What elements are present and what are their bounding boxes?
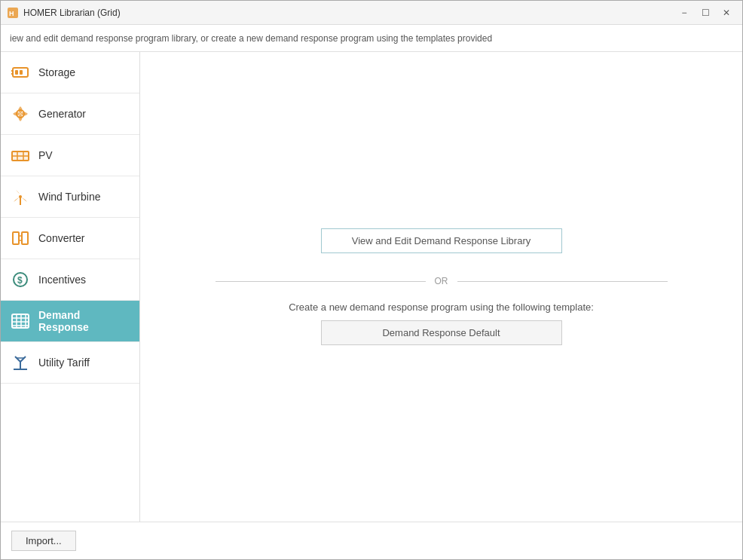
svg-line-31 <box>15 357 20 362</box>
or-line-left <box>216 281 426 282</box>
incentives-icon: $ <box>10 269 31 290</box>
sidebar-utility-label: Utility Tariff <box>38 357 90 369</box>
generator-icon <box>10 103 31 124</box>
sidebar-item-storage[interactable]: Storage <box>1 52 139 93</box>
sidebar-item-generator[interactable]: Generator <box>1 93 139 135</box>
sidebar-pv-label: PV <box>38 149 53 161</box>
app-icon: H <box>7 7 19 19</box>
sidebar-generator-label: Generator <box>38 108 86 120</box>
sidebar-incentives-label: Incentives <box>38 274 86 286</box>
svg-point-14 <box>19 195 22 198</box>
or-line-right <box>457 281 668 282</box>
storage-icon <box>10 62 31 83</box>
svg-rect-16 <box>22 232 28 244</box>
close-button[interactable]: ✕ <box>717 3 736 23</box>
converter-icon <box>10 228 31 249</box>
subtitle-text: iew and edit demand response program lib… <box>10 33 492 44</box>
content-inner: View and Edit Demand Response Library OR… <box>216 228 668 345</box>
maximize-button[interactable]: ☐ <box>696 3 715 23</box>
or-text: OR <box>426 276 457 286</box>
sidebar-item-wind-turbine[interactable]: Wind Turbine <box>1 176 139 218</box>
bottom-bar: Import... <box>1 522 742 559</box>
sidebar-storage-label: Storage <box>38 66 75 78</box>
import-button[interactable]: Import... <box>11 531 76 551</box>
demand-response-default-button[interactable]: Demand Response Default <box>321 320 562 345</box>
demand-response-icon <box>10 311 31 332</box>
svg-rect-15 <box>13 232 19 244</box>
svg-text:$: $ <box>17 275 23 286</box>
sidebar-wind-label: Wind Turbine <box>38 191 100 203</box>
sidebar-item-converter[interactable]: Converter <box>1 218 139 259</box>
svg-text:H: H <box>9 10 14 17</box>
utility-tariff-icon <box>10 352 31 373</box>
title-bar: H HOMER Librarian (Grid) − ☐ ✕ <box>1 1 742 25</box>
subtitle-bar: iew and edit demand response program lib… <box>1 25 742 52</box>
main-window: H HOMER Librarian (Grid) − ☐ ✕ iew and e… <box>0 0 743 560</box>
sidebar-converter-label: Converter <box>38 232 84 244</box>
window-controls: − ☐ ✕ <box>674 3 736 23</box>
pv-icon <box>10 145 31 166</box>
content-area: View and Edit Demand Response Library OR… <box>140 52 742 522</box>
sidebar-item-utility-tariff[interactable]: Utility Tariff <box>1 342 139 384</box>
sidebar-item-pv[interactable]: PV <box>1 135 139 176</box>
template-description: Create a new demand response program usi… <box>289 301 594 313</box>
window-title: HOMER Librarian (Grid) <box>23 8 674 18</box>
or-divider: OR <box>216 276 668 286</box>
view-edit-library-button[interactable]: View and Edit Demand Response Library <box>321 228 562 253</box>
sidebar-item-demand-response[interactable]: Demand Response <box>1 301 139 342</box>
minimize-button[interactable]: − <box>674 3 694 23</box>
svg-line-32 <box>20 357 26 362</box>
main-layout: Storage Generator <box>1 52 742 522</box>
svg-rect-3 <box>15 70 18 75</box>
sidebar-demand-label: Demand Response <box>38 309 130 333</box>
sidebar: Storage Generator <box>1 52 140 522</box>
template-section: Create a new demand response program usi… <box>289 301 594 345</box>
svg-rect-12 <box>12 151 29 161</box>
wind-turbine-icon <box>10 186 31 207</box>
sidebar-item-incentives[interactable]: $ Incentives <box>1 259 139 301</box>
svg-rect-4 <box>20 70 23 75</box>
